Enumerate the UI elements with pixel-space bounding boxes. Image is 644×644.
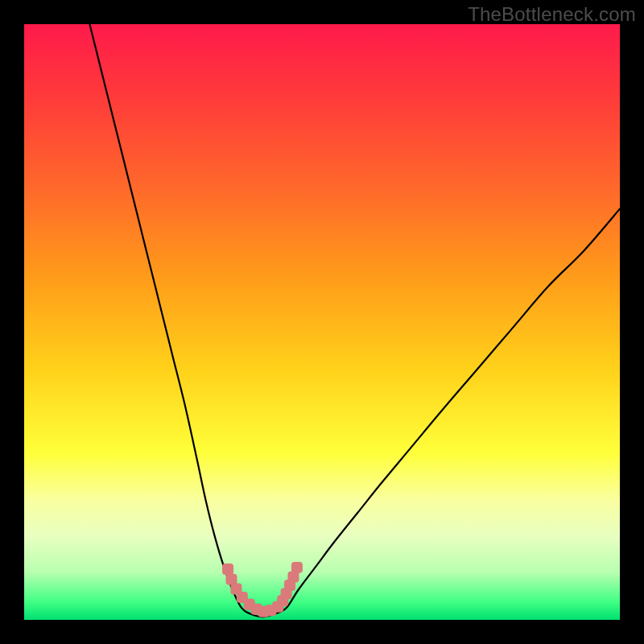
chart-frame: TheBottleneck.com [0, 0, 644, 644]
watermark-text: TheBottleneck.com [468, 3, 636, 26]
valley-marker-group [222, 562, 303, 617]
valley-marker [222, 564, 233, 575]
valley-marker [291, 562, 303, 573]
plot-area [24, 24, 620, 620]
chart-svg [24, 24, 620, 620]
bottleneck-curve [89, 24, 620, 617]
